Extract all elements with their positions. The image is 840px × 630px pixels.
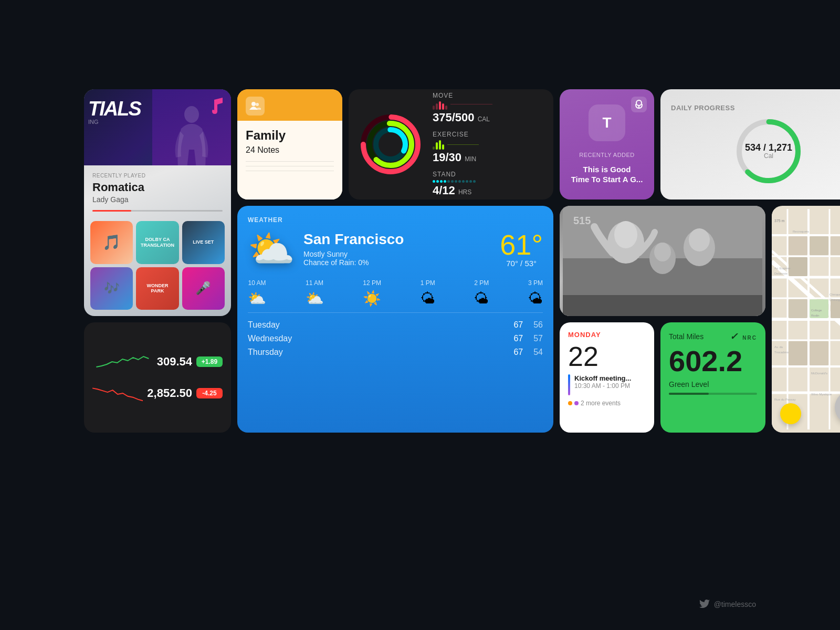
- svg-text:515: 515: [573, 215, 591, 226]
- music-thumb-5[interactable]: WONDERPARK: [136, 267, 178, 310]
- notes-count: 24 Notes: [246, 145, 334, 155]
- weather-forecast: Tuesday 67 56 Wednesday 67 57 Thursday 6…: [248, 320, 543, 357]
- weather-cloud-icon: ⛅: [248, 230, 295, 268]
- weather-hour-10am: 10 AM ⛅: [248, 279, 266, 307]
- music-thumb-2[interactable]: DOLBY CATRANSLATION: [136, 221, 178, 264]
- daily-progress-title: DAILY PROGRESS: [671, 104, 735, 112]
- progress-value: 534 / 1,271: [745, 143, 792, 152]
- calendar-event-bar: [568, 374, 570, 395]
- stock-price-2: 2,852.50: [147, 386, 192, 400]
- stock-price-1: 309.54: [157, 355, 192, 369]
- music-thumb-1[interactable]: 🎵: [90, 221, 133, 264]
- weather-temp: 61° 70° / 53°: [500, 230, 543, 268]
- podcast-widget[interactable]: T RECENTLY ADDED This is Good Time To St…: [560, 89, 654, 200]
- calendar-event-time: 10:30 AM - 1:00 PM: [574, 382, 631, 390]
- svg-text:Chirurg: Chirurg: [830, 298, 840, 301]
- progress-bar-container[interactable]: [92, 210, 223, 212]
- activity-widget: MOVE 375/500 CAL EXERCISE: [349, 89, 553, 200]
- weather-hour-11am: 11 AM ⛅: [306, 279, 324, 307]
- progress-unit: Cal: [764, 152, 773, 160]
- podcast-recently-added: RECENTLY ADDED: [579, 152, 635, 158]
- calendar-widget: MONDAY 22 Kickoff meeting... 10:30 AM - …: [560, 322, 654, 433]
- people-icon: [249, 100, 261, 112]
- nike-progress-bar-fill: [669, 393, 709, 395]
- svg-text:Av. du: Av. du: [774, 345, 783, 349]
- photo-bw: 515: [560, 206, 765, 316]
- music-widget: TIALS ING RECENTLY PLAYED Ro: [84, 89, 231, 316]
- svg-text:Delacroix: Delacroix: [774, 272, 788, 275]
- svg-rect-24: [563, 295, 762, 316]
- weather-label: WEATHER: [248, 216, 543, 224]
- svg-point-1: [251, 102, 256, 106]
- notes-family-title: Family: [246, 128, 334, 143]
- weather-widget: WEATHER ⛅ San Francisco Mostly Sunny Cha…: [237, 206, 553, 433]
- weather-temp-range: 70° / 53°: [500, 259, 543, 268]
- min-value: 19/30 MIN: [433, 151, 543, 164]
- twitter-handle: @timelessco: [714, 600, 756, 608]
- notes-icon: [246, 97, 265, 116]
- music-grid: 🎵 DOLBY CATRANSLATION LIVE SET 🎶 WONDERP…: [84, 221, 231, 316]
- svg-rect-43: [810, 236, 828, 255]
- music-note-icon: [209, 96, 225, 117]
- calendar-more-events: 2 more events: [568, 400, 646, 407]
- podcast-song-title: This is Good Time To Start A G...: [571, 164, 643, 185]
- move-label: MOVE: [433, 92, 543, 99]
- nike-miles: 602.2: [669, 346, 757, 376]
- music-thumb-6[interactable]: 🎤: [182, 267, 225, 310]
- stock-chart-2: [92, 383, 143, 404]
- svg-rect-42: [789, 257, 807, 276]
- forecast-row-thursday: Thursday 67 54: [248, 348, 543, 357]
- svg-text:375 m: 375 m: [774, 219, 785, 223]
- map-view: 375 m Recroquets Av. Eugéne Delacroix Co…: [772, 206, 840, 433]
- hrs-value: 4/12 HRS: [433, 184, 543, 197]
- forecast-row-tuesday: Tuesday 67 56: [248, 320, 543, 330]
- svg-text:Trocadéro: Trocadéro: [774, 351, 789, 354]
- svg-text:Rodin: Rodin: [811, 314, 820, 317]
- stock-row-2: 2,852.50 -4.25: [92, 383, 223, 404]
- svg-rect-48: [789, 341, 807, 365]
- song-title: Romatica: [92, 181, 223, 194]
- svg-text:Recroquets: Recroquets: [793, 230, 809, 233]
- notes-lines: [246, 161, 334, 171]
- nike-progress-bar-bg: [669, 393, 757, 395]
- calendar-event-details: Kickoff meeting... 10:30 AM - 1:00 PM: [574, 374, 631, 390]
- svg-text:College: College: [811, 309, 822, 312]
- music-thumb-3[interactable]: LIVE SET: [182, 221, 225, 264]
- svg-rect-46: [831, 299, 840, 318]
- stock-change-1: +1.89: [196, 356, 223, 367]
- svg-point-2: [256, 103, 259, 106]
- progress-center: 534 / 1,271 Cal: [734, 117, 803, 185]
- podcast-t-icon: T: [589, 104, 625, 141]
- svg-text:Rue du Passay: Rue du Passay: [774, 398, 796, 401]
- svg-text:Clinique: Clinique: [830, 293, 840, 296]
- photo-svg: 515: [560, 206, 765, 316]
- stand-label: STAND: [433, 171, 543, 178]
- nike-logo: ✓ NRC: [730, 331, 757, 342]
- calendar-event-title: Kickoff meeting...: [574, 374, 631, 382]
- exercise-label: EXERCISE: [433, 131, 543, 138]
- weather-hour-1pm: 1 PM 🌤: [421, 279, 435, 307]
- stock-change-2: -4.25: [196, 388, 223, 398]
- svg-point-20: [689, 228, 710, 251]
- calendar-day-label: MONDAY: [568, 331, 646, 339]
- stocks-widget: 309.54 +1.89 2,852.50 -4.25: [84, 322, 231, 433]
- activity-rings: [359, 113, 422, 176]
- recently-played-label: RECENTLY PLAYED: [92, 173, 223, 178]
- progress-ring-container: 534 / 1,271 Cal: [734, 117, 803, 185]
- svg-point-18: [614, 221, 637, 248]
- svg-text:Wino Mystique: Wino Mystique: [811, 393, 832, 396]
- weather-info: San Francisco Mostly Sunny Chance of Rai…: [303, 231, 404, 267]
- stock-row-1: 309.54 +1.89: [92, 351, 223, 372]
- weather-hour-3pm: 3 PM 🌤: [528, 279, 543, 307]
- dashboard: TIALS ING RECENTLY PLAYED Ro: [84, 89, 756, 541]
- music-thumb-4[interactable]: 🎶: [90, 267, 133, 310]
- svg-rect-41: [789, 236, 807, 255]
- twitter-bird-icon: [699, 600, 710, 609]
- calendar-date: 22: [568, 343, 646, 370]
- notes-widget[interactable]: Family 24 Notes: [237, 89, 342, 200]
- svg-rect-45: [789, 299, 807, 318]
- stock-chart-1: [92, 351, 153, 372]
- notes-body: Family 24 Notes: [237, 121, 342, 200]
- map-widget[interactable]: 375 m Recroquets Av. Eugéne Delacroix Co…: [772, 206, 840, 433]
- nike-widget: Total Miles ✓ NRC 602.2 Green Level: [660, 322, 765, 433]
